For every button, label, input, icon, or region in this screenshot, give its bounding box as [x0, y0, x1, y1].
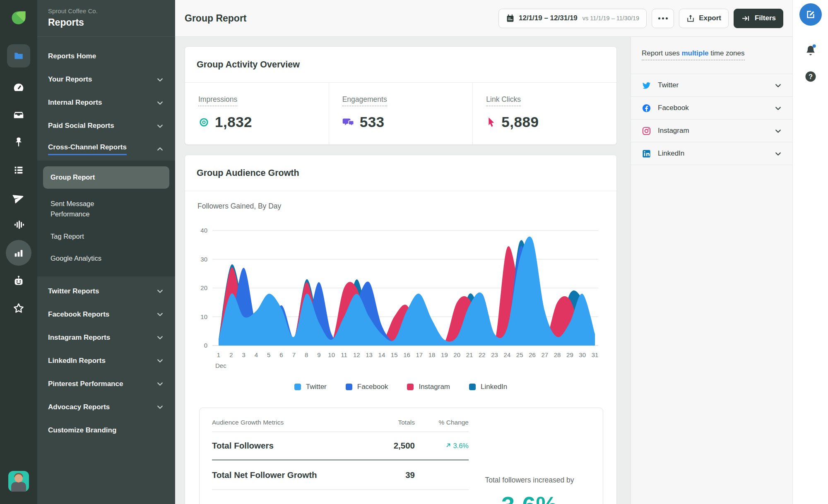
- publishing-send-icon[interactable]: [0, 187, 37, 209]
- svg-text:22: 22: [479, 351, 486, 358]
- sidebar-item-internal-reports[interactable]: Internal Reports: [37, 91, 175, 114]
- svg-text:40: 40: [200, 227, 207, 234]
- instagram-swatch: [407, 384, 414, 390]
- summary-text: Total followers increased by: [485, 476, 574, 485]
- metric-label-impressions[interactable]: Impressions: [198, 95, 237, 106]
- table-header-change: % Change: [415, 419, 469, 426]
- trend-up-arrow-icon: [445, 442, 451, 448]
- svg-text:3: 3: [242, 351, 245, 358]
- linkedin-icon: [642, 149, 651, 158]
- table-row-total-followers: Total Followers 2,500 3.6%: [212, 432, 469, 461]
- svg-text:17: 17: [416, 351, 423, 358]
- sidebar-item-linkedin-reports[interactable]: LinkedIn Reports: [37, 349, 175, 372]
- svg-text:5: 5: [267, 351, 270, 358]
- metric-value-link-clicks: 5,889: [501, 114, 539, 130]
- cursor-icon: [486, 117, 496, 128]
- chevron-down-icon: [156, 311, 164, 318]
- timezone-multiple-link[interactable]: multiple: [681, 49, 708, 57]
- chevron-down-icon: [156, 357, 164, 364]
- metric-label-engagements[interactable]: Engagements: [342, 95, 387, 106]
- filters-button[interactable]: Filters: [734, 9, 783, 28]
- svg-text:16: 16: [403, 351, 410, 358]
- sidebar-item-customize-branding[interactable]: Customize Branding: [37, 419, 175, 442]
- company-name: Sprout Coffee Co.: [48, 7, 164, 14]
- comments-icon: [342, 117, 354, 128]
- legend-item-linkedin[interactable]: LinkedIn: [469, 383, 507, 391]
- svg-text:10: 10: [200, 313, 207, 320]
- ellipsis-icon: [658, 17, 660, 19]
- svg-text:30: 30: [200, 256, 207, 263]
- sidebar-item-twitter-reports[interactable]: Twitter Reports: [37, 280, 175, 303]
- pinned-icon[interactable]: [0, 132, 37, 153]
- summary-value: 3.6%: [501, 491, 558, 504]
- submenu-item-tag-report[interactable]: Tag Report: [37, 226, 175, 248]
- svg-text:23: 23: [491, 351, 498, 358]
- sidebar-item-instagram-reports[interactable]: Instagram Reports: [37, 326, 175, 349]
- bot-icon[interactable]: [0, 270, 37, 292]
- listening-waveform-icon[interactable]: [0, 214, 37, 235]
- platform-row-twitter[interactable]: Twitter: [631, 74, 792, 97]
- reports-bar-chart-rail-button[interactable]: [0, 240, 37, 266]
- legend-item-instagram[interactable]: Instagram: [407, 383, 450, 391]
- sidebar-item-facebook-reports[interactable]: Facebook Reports: [37, 303, 175, 326]
- legend-item-facebook[interactable]: Facebook: [346, 383, 388, 391]
- submenu-item-sent-message-performance[interactable]: Sent Message Performance: [37, 193, 126, 226]
- export-button[interactable]: Export: [679, 9, 729, 28]
- sidebar-item-your-reports[interactable]: Your Reports: [37, 68, 175, 91]
- more-options-button[interactable]: [652, 9, 674, 28]
- dashboard-gauge-icon[interactable]: [0, 77, 37, 98]
- sidebar-header: Sprout Coffee Co. Reports: [37, 0, 175, 37]
- sidebar-item-pinterest-performance[interactable]: Pinterest Performance: [37, 372, 175, 396]
- sidebar-item-reports-home[interactable]: Reports Home: [37, 45, 175, 68]
- svg-text:19: 19: [441, 351, 448, 358]
- sidebar-item-paid-social-reports[interactable]: Paid Social Reports: [37, 114, 175, 137]
- metric-label-link-clicks[interactable]: Link Clicks: [486, 95, 521, 106]
- sidebar-title: Reports: [48, 17, 164, 28]
- svg-text:18: 18: [428, 351, 436, 358]
- primary-icon-rail: [0, 0, 37, 504]
- inbox-icon[interactable]: [0, 104, 37, 126]
- chevron-down-icon: [156, 122, 164, 130]
- svg-text:7: 7: [292, 351, 296, 358]
- reports-folder-rail-button[interactable]: [0, 44, 37, 67]
- user-avatar[interactable]: [0, 470, 37, 492]
- svg-text:8: 8: [305, 351, 308, 358]
- platform-row-facebook[interactable]: Facebook: [631, 97, 792, 120]
- sidebar-item-cross-channel-reports[interactable]: Cross-Channel Reports: [37, 137, 175, 161]
- reports-sidebar: Sprout Coffee Co. Reports Reports Home Y…: [37, 0, 175, 504]
- metric-impressions: Impressions 1,832: [185, 83, 329, 144]
- svg-text:25: 25: [516, 351, 523, 358]
- date-range-value: 12/1/19 – 12/31/19: [519, 14, 578, 22]
- overview-title: Group Activity Overview: [197, 60, 300, 70]
- export-share-icon: [686, 14, 695, 22]
- followers-gained-area-chart[interactable]: 0102030401234567891011121314151617181920…: [197, 216, 605, 374]
- metric-link-clicks: Link Clicks 5,889: [472, 83, 616, 144]
- report-content: Group Activity Overview Impressions 1,83…: [175, 37, 631, 504]
- svg-text:1: 1: [217, 351, 220, 358]
- chevron-down-icon: [156, 403, 164, 410]
- svg-text:12: 12: [353, 351, 360, 358]
- chevron-down-icon: [775, 105, 782, 112]
- legend-item-twitter[interactable]: Twitter: [294, 383, 327, 391]
- reviews-star-icon[interactable]: [0, 298, 37, 319]
- platform-row-instagram[interactable]: Instagram: [631, 120, 792, 142]
- tasks-list-icon[interactable]: [0, 159, 37, 181]
- chart-legend: Twitter Facebook Instagram LinkedIn: [197, 383, 604, 391]
- date-range-button[interactable]: 12/1/19 – 12/31/19 vs 11/1/19 – 11/30/19: [498, 9, 647, 28]
- help-button[interactable]: ?: [793, 70, 828, 83]
- sidebar-item-advocacy-reports[interactable]: Advocacy Reports: [37, 396, 175, 419]
- svg-text:28: 28: [554, 351, 561, 358]
- platform-row-linkedin[interactable]: LinkedIn: [631, 142, 792, 165]
- compose-button[interactable]: [799, 3, 822, 26]
- eye-icon: [198, 117, 209, 128]
- submenu-item-group-report[interactable]: Group Report: [43, 166, 169, 189]
- notifications-bell-button[interactable]: [793, 43, 828, 56]
- twitter-icon: [642, 81, 651, 90]
- table-header-metrics: Audience Growth Metrics: [212, 419, 353, 426]
- chevron-down-icon: [156, 288, 164, 295]
- sprout-logo-icon[interactable]: [0, 7, 37, 29]
- notification-dot: [813, 44, 816, 48]
- group-activity-overview-card: Group Activity Overview Impressions 1,83…: [185, 46, 617, 145]
- submenu-item-google-analytics[interactable]: Google Analytics: [37, 247, 175, 270]
- chevron-down-icon: [775, 82, 782, 89]
